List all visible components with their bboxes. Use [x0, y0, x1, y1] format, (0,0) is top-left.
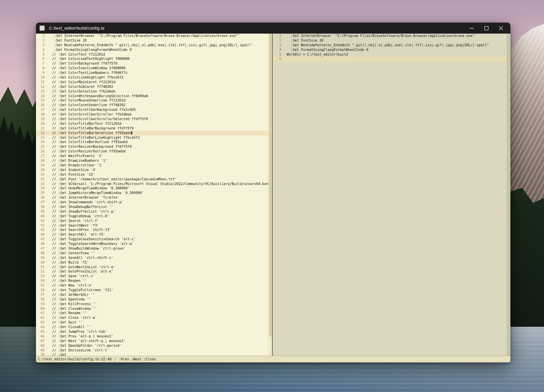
code-line[interactable]: 10 // :Set ColorLineHighlight ffbce5f2: [36, 75, 268, 80]
code-line[interactable]: 44 // :Set SearchAll 'alt-f3': [36, 232, 268, 237]
code-line[interactable]: 3 :Set NonCodePatterns_EndsWith ".git/|.…: [273, 43, 506, 48]
code-line[interactable]: 46 // :Set ToggleSearchWordBoundary 'alt…: [36, 242, 268, 246]
code-line[interactable]: 48 // :Set CenterView '': [36, 251, 268, 256]
line-number: 8: [36, 66, 45, 71]
code-line[interactable]: 11 // :Set ColorMainCaret ff21201d: [36, 80, 268, 85]
code-line[interactable]: 5 // :Set ColorText ff21201d: [36, 52, 268, 57]
code-line[interactable]: 45 // :Set ToggleCaseSensitiveSearch 'al…: [36, 237, 268, 242]
code-line[interactable]: 15 // :Set ColorMouseUnderline ff21201d: [36, 98, 268, 103]
code-line[interactable]: 17 // :Set ColorScrollbarBackground ffa1…: [36, 107, 268, 112]
app-icon: [40, 26, 45, 31]
code-line[interactable]: 6 // :Set ColorLoadTextHighlight f000000: [36, 57, 268, 61]
code-line[interactable]: 56 // :Set ToggleFullscreen 'f11': [36, 288, 268, 293]
code-line[interactable]: 51 // :Set GotoNextInList 'ctrl-e': [36, 265, 268, 270]
scrollbar-thumb[interactable]: [507, 34, 510, 356]
right-pane-scrollbar[interactable]: [506, 34, 510, 356]
status-commands[interactable]: :Prev :Next :Close: [119, 357, 155, 361]
code-line[interactable]: 61 // :Set Rename '': [36, 311, 268, 315]
code-line[interactable]: 22 // :Set ColorTitleBarSelection ff93ae…: [36, 131, 268, 135]
editor-right-pane[interactable]: 1 :Set InternetBrowser '"C:/Program File…: [272, 34, 510, 356]
code-line[interactable]: 23 // :Set ColorTitleBarLineHighlight ff…: [36, 135, 268, 140]
code-line[interactable]: 25 // :Set ColorResizerBackground ffd7f5…: [36, 144, 268, 149]
code-line[interactable]: 41 // :Set Search 'ctrl-f': [36, 219, 268, 223]
code-line[interactable]: 19 // :Set ColorScrollbarScrollerSelecte…: [36, 117, 268, 121]
code-line[interactable]: 58 // :Set OpenCode '': [36, 297, 268, 302]
code-line[interactable]: 36 // :Set InternetBrowser 'firefox': [36, 195, 268, 200]
code-line[interactable]: 28 // :Set DrawLineNumbers '1': [36, 158, 268, 163]
code-line[interactable]: 8 // :Set ColorInactiveWindow 1f000000: [36, 66, 268, 71]
code-line[interactable]: 1 :Set InternetBrowser '"C:/Program File…: [36, 34, 268, 38]
code-line[interactable]: 49 // :Set SaveAll 'ctrl-shift-s': [36, 256, 268, 260]
code-line[interactable]: 53 // :Set Save 'ctrl-s': [36, 274, 268, 279]
left-pane-scrollbar[interactable]: [268, 34, 272, 356]
code-line[interactable]: 31 // :Set FontSize '15': [36, 172, 268, 177]
line-text: // :Set ColorTextLineNumbers ff646f7c: [45, 71, 128, 75]
line-text: // :Set ColorScrollbarScrollerSelected f…: [45, 117, 148, 121]
code-line[interactable]: 29 // :Set DrawScrollbar '1': [36, 163, 268, 168]
code-line[interactable]: 2 :Set FontSize 20: [273, 38, 506, 43]
code-line[interactable]: 4 :Set FormatUsingClangFormatWhenCCode 0: [36, 48, 268, 52]
code-line[interactable]: 67 // :Set Next 'alt-shift-q | mousex2': [36, 339, 268, 343]
editor-window: C:/text_editor/build/config.te 1: [36, 23, 510, 362]
code-line[interactable]: 5WorkDir = C:/text_editor/build: [273, 52, 506, 57]
code-line[interactable]: 39 // :Set ShowBufferList 'ctrl-p': [36, 209, 268, 214]
line-text: // :Set OpenUpFolder 'ctrl-period': [45, 343, 122, 348]
line-number: 48: [36, 251, 45, 256]
code-line[interactable]: 35 // :Set JumpHistoryMergeTimeWindow '0…: [36, 191, 268, 195]
code-line[interactable]: 38 // :Set ShowDebugBufferList '': [36, 205, 268, 209]
code-line[interactable]: 59 // :Set KillProcess '': [36, 302, 268, 306]
code-line[interactable]: 12 // :Set ColorSubCaret ff748392: [36, 85, 268, 89]
code-line[interactable]: 18 // :Set ColorScrollbarScroller ffb2db…: [36, 112, 268, 117]
code-line[interactable]: 26 // :Set ColorResizerOutline ff93aebd: [36, 149, 268, 154]
line-number: 1: [36, 34, 45, 38]
code-line[interactable]: 42 // :Set SearchNext 'f3': [36, 223, 268, 228]
code-line[interactable]: 21 // :Set ColorTitleBarBackground ffd7f…: [36, 126, 268, 131]
line-text: // :Set ColorMouseUnderline ff21201d: [45, 98, 126, 103]
code-line[interactable]: 34 // :Set UndoMergeTimeWindow '0.300000…: [36, 186, 268, 191]
scrollbar-thumb[interactable]: [269, 34, 272, 336]
code-line[interactable]: 40 // :Set ToggleDebug 'ctrl-0': [36, 214, 268, 219]
code-line[interactable]: 27 // :Set WaitForEvents '1': [36, 154, 268, 158]
code-line[interactable]: 57 // :Set SetWorkDir '': [36, 293, 268, 297]
code-line[interactable]: 52 // :Set GotoPrevInList 'alt-e': [36, 269, 268, 274]
code-line[interactable]: 70 // :Set: [36, 352, 268, 356]
code-line[interactable]: 69 // :Set EncloseLine 'ctrl-l': [36, 348, 268, 353]
code-line[interactable]: 33 // :Set VCVarsall 'C:/Program Files/M…: [36, 182, 268, 186]
code-line[interactable]: 24 // :Set ColorTitleBarOutline ff93aebd: [36, 140, 268, 144]
code-line[interactable]: 9 // :Set ColorTextLineNumbers ff646f7c: [36, 71, 268, 75]
code-line[interactable]: 54 // :Set Reopen '': [36, 279, 268, 283]
code-line[interactable]: 65 // :Set JumpPrev 'ctrl-tab': [36, 329, 268, 334]
maximize-button[interactable]: [479, 23, 494, 34]
code-line[interactable]: 60 // :Set CloseWindow '': [36, 306, 268, 311]
code-line[interactable]: 43 // :Set SearchPrev 'shift-f3': [36, 228, 268, 232]
minimize-button[interactable]: [464, 23, 479, 34]
code-line[interactable]: 13 // :Set ColorSelection ffb2dbeb: [36, 89, 268, 94]
code-line[interactable]: 62 // :Set Close 'ctrl-w': [36, 315, 268, 320]
code-line[interactable]: 66 // :Set Prev 'alt-q | mousex1': [36, 334, 268, 339]
code-line[interactable]: 55 // :Set New 'ctrl-n': [36, 283, 268, 288]
editor-left-pane[interactable]: 1 :Set InternetBrowser '"C:/Program File…: [36, 34, 272, 356]
code-line[interactable]: 37 // :Set ShowCommands 'ctrl-shift-p': [36, 200, 268, 205]
code-line[interactable]: 68 // :Set OpenUpFolder 'ctrl-period': [36, 343, 268, 348]
code-line[interactable]: 3 :Set NonCodePatterns_EndsWith ".git/|.…: [36, 43, 268, 48]
code-line[interactable]: 64 // :Set CloseAll '': [36, 325, 268, 329]
code-line[interactable]: 63 // :Set Quit '': [36, 320, 268, 325]
code-line[interactable]: 47 // :Set ShowBuildWindow 'ctrl-grave': [36, 246, 268, 251]
code-line[interactable]: 7 // :Set ColorBackground ffd7f5f9: [36, 61, 268, 66]
close-button[interactable]: [494, 23, 508, 34]
code-line[interactable]: 6: [273, 57, 506, 61]
code-line[interactable]: 14 // :Set ColorWhitespaceDuringSelectio…: [36, 94, 268, 98]
code-line[interactable]: 4 :Set FormatUsingClangFormatWhenCCode 0: [273, 48, 506, 52]
code-line[interactable]: 2 :Set FontSize 20: [36, 38, 268, 43]
code-line[interactable]: 1 :Set InternetBrowser '"C:/Program File…: [273, 34, 506, 38]
line-text: // :Set Rename '': [45, 311, 87, 315]
line-number: 42: [36, 223, 45, 228]
line-number: 4: [36, 48, 45, 52]
code-line[interactable]: 30 // :Set IndentSize '4': [36, 168, 268, 172]
code-line[interactable]: 20 // :Set ColorTitleBarText ff21201d: [36, 121, 268, 126]
code-line[interactable]: 32 // :Set Font '/home/krz/text_editor/p…: [36, 177, 268, 182]
title-bar[interactable]: C:/text_editor/build/config.te: [36, 23, 510, 34]
code-line[interactable]: 50 // :Set Build 'f1': [36, 260, 268, 265]
line-text: // :Set ColorTitleBarSelection ff93aebd: [45, 131, 132, 135]
code-line[interactable]: 16 // :Set ColorCaretUnderline ff748392: [36, 103, 268, 107]
